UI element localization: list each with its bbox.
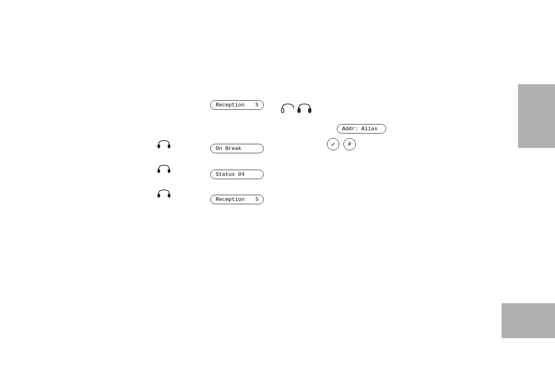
pill-status-04-label: Status 04 (216, 171, 244, 178)
pill-addr-alias-label: Addr: Alias (342, 126, 378, 132)
svg-rect-0 (281, 108, 284, 113)
pill-reception-bottom-label: Reception (216, 196, 244, 203)
svg-rect-6 (168, 169, 170, 173)
headset-outline-icon (280, 102, 296, 114)
pill-reception-bottom[interactable]: Reception S (210, 195, 264, 204)
svg-rect-2 (309, 108, 311, 113)
sidebar-block-bottom (502, 303, 555, 338)
svg-rect-7 (158, 194, 160, 197)
pill-on-break[interactable]: On Break (210, 144, 264, 153)
pill-reception-top-label: Reception (216, 102, 244, 108)
pill-reception-bottom-suffix: S (256, 197, 258, 203)
checkmark-icon: ✓ (331, 140, 335, 148)
pill-on-break-label: On Break (216, 145, 241, 152)
pill-reception-top[interactable]: Reception S (210, 100, 264, 110)
svg-rect-4 (168, 145, 170, 148)
hash-icon: # (348, 141, 351, 148)
pill-status-04[interactable]: Status 04 (210, 170, 264, 179)
headset-small-icon-2 (157, 164, 171, 174)
pill-addr-alias[interactable]: Addr: Alias (337, 124, 386, 134)
sidebar-block-top (518, 84, 555, 148)
pill-reception-top-suffix: S (256, 102, 258, 108)
headset-filled-icon (297, 102, 312, 114)
circle-hash-button[interactable]: # (343, 138, 356, 150)
svg-rect-5 (158, 169, 160, 173)
svg-rect-3 (158, 145, 160, 148)
circle-check-button[interactable]: ✓ (327, 138, 339, 150)
svg-rect-1 (298, 108, 300, 113)
headset-small-icon-3 (157, 188, 171, 199)
svg-rect-8 (168, 194, 170, 197)
headset-small-icon-1 (157, 139, 171, 150)
